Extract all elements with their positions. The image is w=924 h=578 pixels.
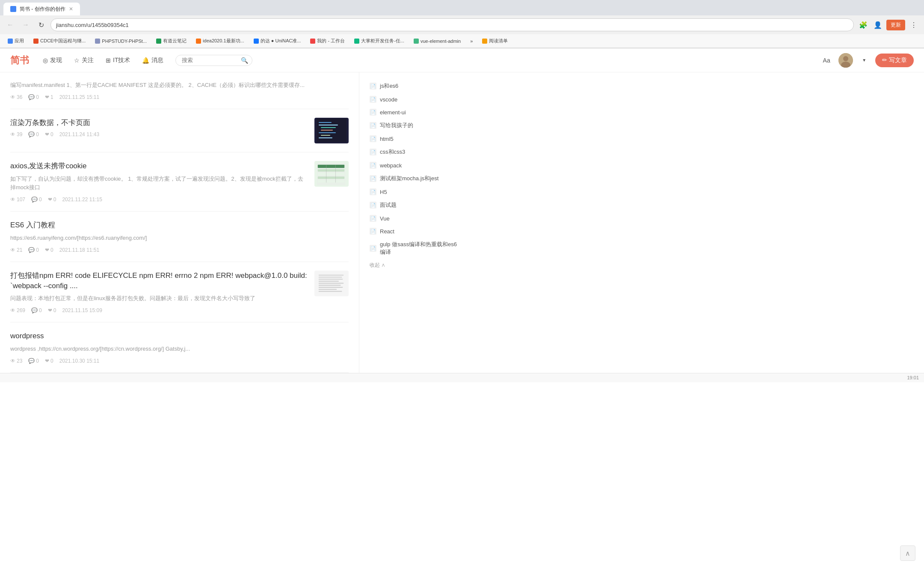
menu-icon[interactable]: ⋮: [908, 19, 920, 31]
comment-count: 💬 0: [31, 197, 42, 203]
sidebar-item-label: css和css3: [380, 148, 405, 156]
article-item: wordpress wordpress ,https://cn.wordpres…: [10, 322, 349, 373]
bookmark-yd[interactable]: 有道云笔记: [153, 37, 190, 45]
site-logo[interactable]: 简书: [10, 54, 29, 67]
site-header: 简书 ◎ 发现 ☆ 关注 ⊞ IT技术 🔔 消息 🔍 Aa: [0, 48, 924, 72]
sidebar-item-h5[interactable]: 📄 H5: [370, 185, 460, 198]
forward-button[interactable]: →: [20, 19, 32, 31]
nav-notifications-label: 消息: [151, 57, 163, 64]
comment-icon: 💬: [31, 307, 38, 313]
code-thumbnail-svg: [317, 119, 346, 142]
avatar-image: [838, 53, 853, 68]
svg-rect-21: [319, 277, 342, 277]
bookmark-reading[interactable]: 阅读清单: [479, 37, 511, 45]
sidebar-item-interview[interactable]: 📄 面试题: [370, 198, 460, 212]
nav-notifications[interactable]: 🔔 消息: [142, 57, 163, 64]
bookmark-apps[interactable]: 应用: [4, 37, 27, 45]
sidebar: 📄 js和es6 📄 vscode 📄 element-ui 📄 写给我孩子的 …: [359, 72, 471, 373]
collapse-button[interactable]: 收起 ∧: [370, 262, 460, 269]
tab-label: 简书 - 创作你的创作: [20, 6, 65, 13]
article-meta: 👁 39 💬 0 ❤ 0 2021.11.24 11:43: [10, 131, 308, 137]
sidebar-item-gulp[interactable]: 📄 gulp 做sass编译和热重载和es6编译: [370, 238, 460, 259]
search-box[interactable]: 🔍: [175, 55, 252, 66]
browser-actions: 🧩 👤 更新 ⋮: [857, 19, 920, 31]
svg-rect-28: [319, 291, 342, 292]
sidebar-item-vue[interactable]: 📄 Vue: [370, 212, 460, 225]
view-count: 👁 23: [10, 358, 22, 364]
nav-follow-label: 关注: [82, 57, 94, 64]
article-title[interactable]: 打包报错npm ERR! code ELIFECYCLE npm ERR! er…: [10, 271, 308, 291]
extensions-icon[interactable]: 🧩: [857, 19, 869, 31]
article-item: 打包报错npm ERR! code ELIFECYCLE npm ERR! er…: [10, 262, 349, 322]
nav-discover[interactable]: ◎ 发现: [43, 57, 62, 64]
sidebar-item-js-es6[interactable]: 📄 js和es6: [370, 79, 460, 93]
like-count: ❤ 1: [45, 94, 53, 100]
like-icon: ❤: [45, 131, 49, 137]
address-bar[interactable]: jianshu.com/u/1455b09354c1: [50, 18, 854, 31]
refresh-button[interactable]: ↻: [35, 19, 47, 31]
back-button[interactable]: ←: [4, 19, 16, 31]
like-icon: ❤: [45, 247, 49, 253]
sidebar-item-html5[interactable]: 📄 html5: [370, 132, 460, 145]
comment-count: 💬 0: [28, 131, 39, 137]
sidebar-item-css[interactable]: 📄 css和css3: [370, 145, 460, 159]
like-count: ❤ 0: [48, 307, 56, 313]
avatar-dropdown-icon[interactable]: ▼: [858, 54, 870, 66]
article-title[interactable]: ES6 入门教程: [10, 220, 349, 230]
svg-point-1: [843, 56, 848, 61]
bookmark-cdce[interactable]: CDCE中国远程与继...: [30, 37, 89, 45]
bookmark-favicon: [156, 39, 161, 44]
svg-rect-12: [318, 165, 344, 168]
view-count: 👁 269: [10, 307, 25, 313]
comment-icon: 💬: [28, 94, 35, 100]
article-title[interactable]: 渲染万条数据，不卡页面: [10, 118, 308, 128]
bell-icon: 🔔: [142, 57, 149, 64]
svg-rect-7: [321, 130, 333, 131]
follow-icon: ☆: [74, 57, 80, 64]
bookmark-vue[interactable]: vue-element-admin: [410, 38, 464, 45]
sidebar-item-webpack[interactable]: 📄 webpack: [370, 159, 460, 172]
write-article-button[interactable]: ✏ 写文章: [875, 54, 914, 67]
sidebar-item-react[interactable]: 📄 React: [370, 225, 460, 238]
profile-icon[interactable]: 👤: [872, 19, 884, 31]
browser-nav: ← → ↻ jianshu.com/u/1455b09354c1 🧩 👤 更新 …: [0, 15, 924, 34]
font-size-button[interactable]: Aa: [820, 54, 833, 67]
view-count: 👁 107: [10, 197, 25, 203]
active-tab[interactable]: 简书 - 创作你的创作 ✕: [3, 3, 80, 15]
tab-favicon: [10, 6, 16, 12]
avatar[interactable]: [838, 53, 853, 68]
bookmark-dz[interactable]: 大掌柜开发任务-任...: [351, 37, 408, 45]
bookmark-work[interactable]: 我的 - 工作台: [307, 37, 348, 45]
sidebar-item-label: element-ui: [380, 109, 406, 116]
sidebar-item-vscode[interactable]: 📄 vscode: [370, 93, 460, 106]
tab-close-icon[interactable]: ✕: [69, 6, 73, 12]
sidebar-item-label: H5: [380, 189, 387, 195]
bookmark-idea[interactable]: idea2020.1最新功...: [192, 37, 248, 45]
svg-rect-6: [321, 127, 336, 128]
view-count: 👁 21: [10, 247, 22, 253]
article-title[interactable]: wordpress: [10, 331, 349, 341]
thumbnail-table: [314, 161, 349, 187]
bookmark-dd[interactable]: 的达 ● UniNAC准...: [250, 37, 305, 45]
bookmark-php[interactable]: PHPSTUDY-PHPSt...: [92, 38, 150, 45]
doc-icon: 📄: [370, 162, 376, 169]
article-title[interactable]: axios,发送未携带cookie: [10, 161, 308, 171]
svg-rect-4: [319, 122, 332, 123]
article-meta: 👁 36 💬 0 ❤ 1 2021.11.25 15:11: [10, 94, 349, 100]
nav-it[interactable]: ⊞ IT技术: [106, 57, 130, 64]
nav-follow[interactable]: ☆ 关注: [74, 57, 94, 64]
article-meta: 👁 269 💬 0 ❤ 0 2021.11.15 15:09: [10, 307, 308, 313]
doc-icon: 📄: [370, 109, 376, 116]
article-body: wordpress wordpress ,https://cn.wordpres…: [10, 331, 349, 364]
sidebar-item-element-ui[interactable]: 📄 element-ui: [370, 106, 460, 119]
update-button[interactable]: 更新: [886, 20, 905, 30]
article-body: 编写manifest.manifest 1、第一行是CACHE MANIFEST…: [10, 81, 349, 100]
view-count: 👁 39: [10, 131, 22, 137]
bookmark-more[interactable]: »: [467, 38, 476, 45]
like-count: ❤ 0: [45, 358, 53, 364]
search-input[interactable]: [182, 57, 237, 63]
sidebar-item-label: js和es6: [380, 82, 398, 90]
sidebar-item-testing[interactable]: 📄 测试框架mocha.js和jest: [370, 172, 460, 185]
sidebar-item-kids[interactable]: 📄 写给我孩子的: [370, 119, 460, 132]
article-item: axios,发送未携带cookie 如下写了，自认为没问题，却没有携带cooki…: [10, 152, 349, 212]
